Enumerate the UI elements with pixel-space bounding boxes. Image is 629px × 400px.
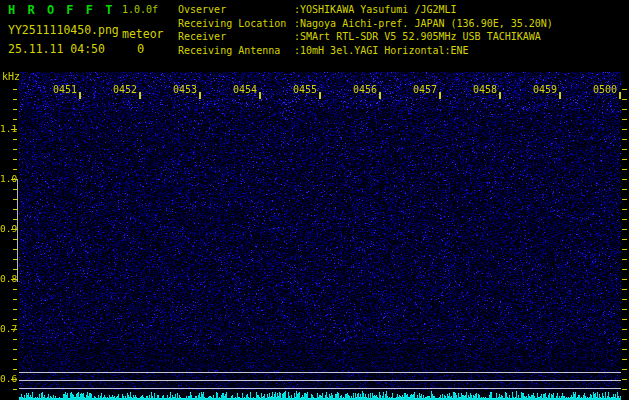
freq-tick-minor <box>13 309 17 310</box>
freq-tick-right <box>622 339 627 340</box>
freq-tick-major <box>11 379 17 380</box>
freq-tick-major <box>11 329 17 330</box>
freq-tick-minor <box>13 389 17 390</box>
info-value: :YOSHIKAWA Yasufumi /JG2MLI <box>294 3 457 17</box>
freq-tick-minor <box>13 159 17 160</box>
freq-tick-right <box>622 169 627 170</box>
freq-tick-minor <box>13 319 17 320</box>
version-label: 1.0.0f <box>122 4 158 15</box>
freq-tick-right <box>622 189 627 190</box>
meteor-count: 0 <box>137 42 144 56</box>
info-row-receiver: Receiver :SMArt RTL-SDR V5 52.905MHz USB… <box>178 30 553 44</box>
info-label: Receiving Antenna <box>178 44 294 58</box>
left-marker-bar <box>17 179 18 282</box>
freq-tick-major <box>11 129 17 130</box>
freq-tick-minor <box>13 349 17 350</box>
output-filename: YY2511110450.png <box>8 23 119 37</box>
freq-tick-right <box>622 179 627 180</box>
station-info-block: Ovserver :YOSHIKAWA Yasufumi /JG2MLI Rec… <box>178 3 553 57</box>
info-label: Receiver <box>178 30 294 44</box>
mode-label: meteor <box>122 27 164 41</box>
freq-tick-right <box>622 289 627 290</box>
app-title: H R O F F T <box>8 3 115 17</box>
freq-tick-right <box>622 359 627 360</box>
freq-tick-minor <box>13 359 17 360</box>
info-value: :Nagoya Aichi-pref. JAPAN (136.90E, 35.2… <box>294 17 553 31</box>
info-label: Receiving Location <box>178 17 294 31</box>
freq-tick-minor <box>13 139 17 140</box>
freq-tick-right <box>622 329 627 330</box>
freq-tick-right <box>622 199 627 200</box>
freq-tick-right <box>622 139 627 140</box>
freq-tick-label: 0.7 <box>0 323 12 335</box>
datetime-label: 25.11.11 04:50 <box>8 42 105 56</box>
freq-tick-right <box>622 279 627 280</box>
freq-tick-label: 0.6 <box>0 373 12 385</box>
freq-tick-right <box>622 99 627 100</box>
info-value: :10mH 3el.YAGI Horizontal:ENE <box>294 44 469 58</box>
freq-tick-right <box>622 379 627 380</box>
freq-tick-right <box>622 119 627 120</box>
freq-tick-label: 0.9 <box>0 223 12 235</box>
freq-tick-right <box>622 219 627 220</box>
freq-tick-minor <box>13 289 17 290</box>
info-value: :SMArt RTL-SDR V5 52.905MHz USB TACHIKAW… <box>294 30 541 44</box>
freq-tick-right <box>622 229 627 230</box>
freq-tick-minor <box>13 119 17 120</box>
freq-tick-minor <box>13 369 17 370</box>
frequency-unit-label: kHz <box>2 71 20 82</box>
freq-tick-minor <box>13 89 17 90</box>
freq-tick-right <box>622 249 627 250</box>
freq-tick-right <box>622 129 627 130</box>
noise-level-strip-canvas <box>19 390 621 400</box>
freq-tick-right <box>622 259 627 260</box>
freq-tick-right <box>622 309 627 310</box>
freq-tick-right <box>622 89 627 90</box>
freq-tick-minor <box>13 339 17 340</box>
freq-tick-right <box>622 349 627 350</box>
freq-tick-minor <box>13 149 17 150</box>
freq-tick-label: 1.0 <box>0 173 12 185</box>
freq-tick-minor <box>13 299 17 300</box>
spectrogram-canvas <box>19 72 621 390</box>
freq-tick-label: 0.8 <box>0 273 12 285</box>
freq-tick-right <box>622 319 627 320</box>
freq-tick-minor <box>13 169 17 170</box>
freq-tick-right <box>622 159 627 160</box>
freq-tick-right <box>622 269 627 270</box>
freq-tick-label: 1.1 <box>0 123 12 135</box>
freq-tick-minor <box>13 109 17 110</box>
freq-tick-right <box>622 369 627 370</box>
freq-tick-minor <box>13 99 17 100</box>
freq-tick-right <box>622 149 627 150</box>
freq-tick-right <box>622 209 627 210</box>
info-row-antenna: Receiving Antenna :10mH 3el.YAGI Horizon… <box>178 44 553 58</box>
info-row-observer: Ovserver :YOSHIKAWA Yasufumi /JG2MLI <box>178 3 553 17</box>
freq-tick-right <box>622 299 627 300</box>
hrofft-window: H R O F F T 1.0.0f YY2511110450.png mete… <box>0 0 629 400</box>
freq-tick-right <box>622 109 627 110</box>
freq-tick-right <box>622 389 627 390</box>
freq-tick-right <box>622 239 627 240</box>
info-label: Ovserver <box>178 3 294 17</box>
info-row-location: Receiving Location :Nagoya Aichi-pref. J… <box>178 17 553 31</box>
